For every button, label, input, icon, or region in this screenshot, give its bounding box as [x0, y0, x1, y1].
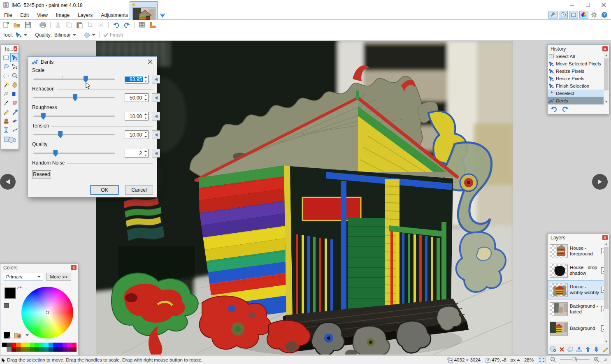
- palette-swatch[interactable]: [35, 343, 39, 347]
- dialog-close-icon[interactable]: [148, 59, 153, 65]
- menu-view[interactable]: View: [33, 11, 52, 19]
- history-item[interactable]: Select All: [548, 53, 609, 60]
- minimize-button[interactable]: [570, 2, 575, 9]
- refraction-reset-button[interactable]: [152, 93, 160, 102]
- image-list-icon[interactable]: [160, 12, 165, 20]
- open-icon[interactable]: [12, 21, 21, 29]
- zoom-fit-button[interactable]: [538, 357, 546, 363]
- palette-swatch[interactable]: [30, 347, 35, 352]
- layer-row-background-faded[interactable]: Background - faded ✓: [548, 299, 609, 319]
- undo-icon[interactable]: [112, 21, 121, 29]
- palette-swatch[interactable]: [49, 347, 53, 352]
- swap-colors-icon[interactable]: [17, 285, 22, 290]
- cancel-button[interactable]: Cancel: [125, 185, 153, 195]
- reseed-button[interactable]: Reseed: [32, 170, 51, 179]
- tool-move-selection[interactable]: [10, 62, 19, 71]
- current-tool-icon[interactable]: [15, 32, 27, 38]
- duplicate-layer-icon[interactable]: [567, 346, 574, 353]
- maximize-button[interactable]: [585, 2, 590, 9]
- resize-grip-icon[interactable]: [604, 357, 608, 362]
- add-layer-icon[interactable]: [550, 346, 557, 353]
- palette-swatch[interactable]: [2, 343, 7, 347]
- delete-layer-icon[interactable]: [558, 346, 565, 353]
- palette-swatch[interactable]: [25, 343, 30, 347]
- cut-icon[interactable]: [53, 21, 63, 29]
- tool-clone-stamp[interactable]: [2, 116, 10, 125]
- merge-down-icon[interactable]: [576, 346, 583, 353]
- undo-icon[interactable]: [550, 106, 558, 112]
- palette-swatch[interactable]: [53, 347, 58, 352]
- tool-magic-wand[interactable]: [2, 80, 10, 89]
- move-layer-up-icon[interactable]: [584, 346, 591, 353]
- history-toggle-button[interactable]: [559, 11, 568, 19]
- palette-swatch[interactable]: [58, 343, 63, 347]
- palette-swatch[interactable]: [16, 343, 21, 347]
- menu-layers[interactable]: Layers: [74, 11, 97, 19]
- layers-close-icon[interactable]: x: [602, 235, 608, 240]
- tool-gradient[interactable]: [10, 89, 19, 98]
- finish-button[interactable]: Finish: [103, 32, 123, 38]
- colors-toggle-button[interactable]: [579, 11, 588, 19]
- palette-swatch[interactable]: [58, 347, 63, 352]
- selection-render-icon[interactable]: [84, 32, 95, 38]
- history-item[interactable]: Finish Selection: [548, 82, 609, 90]
- quality-value-box[interactable]: 2: [125, 149, 149, 158]
- roughness-value-box[interactable]: 10.00: [125, 112, 149, 121]
- layer-row-house-drop-shadow[interactable]: House - drop shadow ✓: [548, 261, 609, 280]
- paste-icon[interactable]: [75, 21, 84, 29]
- refraction-value-box[interactable]: 50.00: [125, 93, 149, 102]
- palette-swatch[interactable]: [72, 343, 76, 347]
- pixel-grid-icon[interactable]: [137, 21, 146, 29]
- palette-swatch[interactable]: [72, 347, 76, 352]
- tool-move-selected-pixels[interactable]: [10, 53, 19, 62]
- palette-dropdown-caret[interactable]: [26, 334, 29, 336]
- tool-paint-bucket[interactable]: [2, 89, 10, 98]
- dents-dialog-titlebar[interactable]: Dents: [28, 57, 157, 67]
- history-item-dents[interactable]: Dents: [548, 97, 609, 104]
- menu-adjustments[interactable]: Adjustments: [97, 11, 132, 19]
- quality-select[interactable]: Bilinear: [54, 32, 76, 38]
- redo-icon[interactable]: [122, 21, 131, 29]
- scroll-down-icon[interactable]: ▼: [604, 339, 609, 344]
- zoom-slider-thumb[interactable]: [572, 357, 576, 362]
- palette-swatch[interactable]: [44, 347, 49, 352]
- palette-swatch[interactable]: [12, 343, 16, 347]
- tool-color-picker[interactable]: [10, 107, 19, 116]
- menu-edit[interactable]: Edit: [16, 11, 33, 19]
- palette-swatch[interactable]: [2, 347, 7, 352]
- rulers-icon[interactable]: [148, 21, 157, 29]
- refraction-slider[interactable]: [33, 97, 115, 98]
- new-icon[interactable]: [2, 21, 11, 29]
- canvas-image[interactable]: [96, 41, 513, 355]
- palette-swatch[interactable]: [7, 343, 11, 347]
- roughness-spinner[interactable]: [143, 112, 148, 120]
- crop-to-selection-icon[interactable]: [86, 21, 95, 29]
- save-icon[interactable]: [23, 21, 32, 29]
- palette-swatch[interactable]: [21, 343, 25, 347]
- palette-swatch[interactable]: [30, 343, 35, 347]
- palette-swatch[interactable]: [21, 347, 25, 352]
- primary-color-swatch[interactable]: [5, 287, 16, 299]
- mini-swatch-icon[interactable]: [4, 303, 9, 308]
- tools-toggle-button[interactable]: [548, 11, 558, 19]
- quality-reset-button[interactable]: [152, 149, 160, 158]
- deselect-icon[interactable]: [96, 21, 105, 29]
- history-close-icon[interactable]: x: [602, 46, 608, 51]
- menu-image[interactable]: Image: [52, 11, 74, 19]
- history-item[interactable]: Resize Pixels: [548, 67, 609, 75]
- zoom-in-icon[interactable]: [594, 357, 599, 363]
- next-image-button[interactable]: [592, 174, 608, 190]
- print-icon[interactable]: [38, 21, 47, 29]
- tool-eraser[interactable]: [10, 98, 19, 107]
- units-select[interactable]: px: [511, 357, 520, 362]
- palette-swatch[interactable]: [35, 347, 39, 352]
- help-icon[interactable]: ?: [600, 11, 609, 19]
- scale-spinner[interactable]: [143, 75, 148, 83]
- color-wheel-selector[interactable]: [46, 311, 49, 314]
- layer-row-house-foreground[interactable]: House - foreground ✓: [548, 241, 609, 261]
- palette-swatch[interactable]: [63, 343, 67, 347]
- layer-properties-icon[interactable]: [602, 346, 609, 353]
- palette-swatch[interactable]: [67, 347, 72, 352]
- menu-file[interactable]: File: [0, 11, 16, 19]
- refraction-spinner[interactable]: [143, 94, 148, 102]
